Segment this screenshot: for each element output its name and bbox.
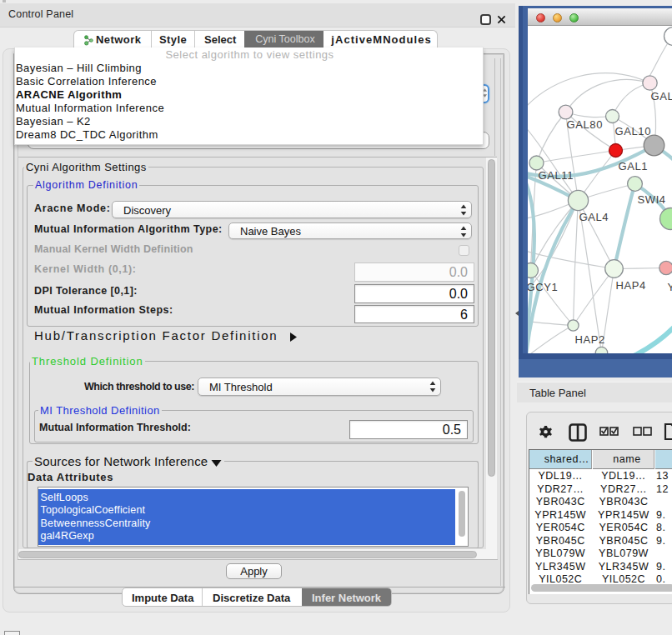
- svg-text:HAP4: HAP4: [615, 278, 645, 291]
- svg-text:Y: Y: [667, 280, 672, 292]
- svg-text:GCY1: GCY1: [528, 280, 558, 292]
- svg-text:GAL10: GAL10: [614, 124, 650, 137]
- svg-text:GAL4: GAL4: [579, 210, 609, 222]
- svg-text:GAL1: GAL1: [618, 159, 648, 172]
- svg-text:SWI4: SWI4: [637, 192, 665, 205]
- svg-text:HAP2: HAP2: [574, 332, 604, 345]
- svg-text:GAL11: GAL11: [538, 168, 574, 181]
- svg-text:GAL80: GAL80: [566, 118, 602, 130]
- svg-text:GAL7: GAL7: [650, 89, 672, 102]
